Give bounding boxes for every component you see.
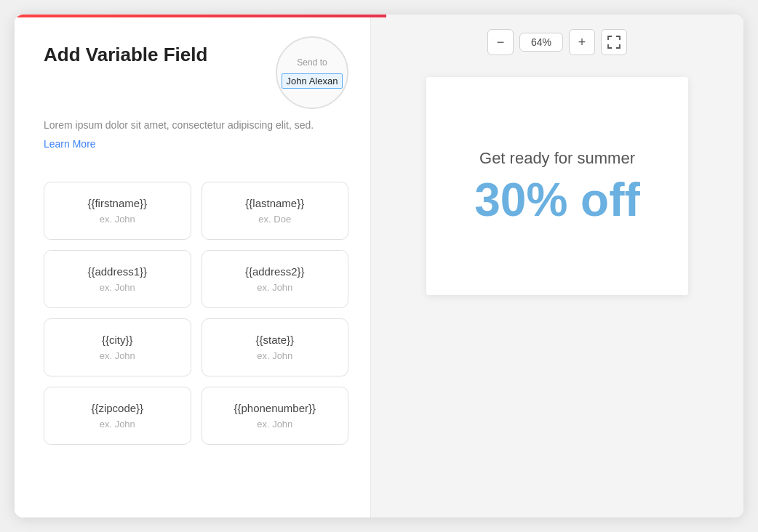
field-tag: {{lastname}} [245,197,304,209]
field-tag: {{zipcode}} [91,402,143,414]
preview-circle: Send to John Alexan [276,36,348,109]
plus-icon: + [578,35,586,50]
fullscreen-icon [607,36,621,49]
minus-icon: − [497,35,505,50]
promo-discount: 30% off [474,177,640,223]
progress-bar [15,15,386,17]
panel-title: Add Variable Field [44,44,207,66]
field-card[interactable]: {{zipcode}}ex. John [44,387,191,445]
field-example: ex. John [257,419,292,430]
preview-card: Get ready for summer 30% off [426,77,688,295]
zoom-display: 64% [519,33,563,52]
field-tag: {{phonenumber}} [234,402,316,414]
field-card[interactable]: {{address1}}ex. John [44,250,191,308]
field-tag: {{firstname}} [87,197,147,209]
left-panel: Add Variable Field Send to John Alexan L… [15,15,371,517]
field-example: ex. John [100,350,135,361]
title-block: Add Variable Field [44,44,207,66]
field-example: ex. John [100,214,135,225]
field-card[interactable]: {{address2}}ex. John [202,250,349,308]
panel-description: Lorem ipsum dolor sit amet, consectetur … [44,118,348,133]
field-card[interactable]: {{city}}ex. John [44,318,191,376]
panel-header: Add Variable Field Send to John Alexan [44,44,348,109]
field-card[interactable]: {{lastname}}ex. Doe [202,182,349,240]
zoom-out-button[interactable]: − [487,29,514,55]
zoom-in-button[interactable]: + [569,29,595,55]
field-card[interactable]: {{state}}ex. John [202,318,349,376]
field-example: ex. John [257,282,292,293]
promo-subtitle: Get ready for summer [479,149,635,168]
toolbar: − 64% + [487,29,627,55]
learn-more-link[interactable]: Learn More [44,138,96,150]
field-example: ex. John [257,350,292,361]
field-tag: {{address2}} [245,265,305,278]
fields-grid: {{firstname}}ex. John{{lastname}}ex. Doe… [44,182,348,445]
fullscreen-button[interactable] [601,29,627,55]
field-example: ex. John [100,282,135,293]
name-preview: John Alexan [282,73,343,89]
field-card[interactable]: {{phonenumber}}ex. John [202,387,349,445]
field-example: ex. Doe [258,214,291,225]
field-tag: {{address1}} [87,265,147,278]
main-container: Add Variable Field Send to John Alexan L… [15,15,743,517]
field-card[interactable]: {{firstname}}ex. John [44,182,191,240]
send-to-label: Send to [297,57,327,68]
field-tag: {{city}} [102,334,133,346]
field-example: ex. John [100,419,135,430]
right-panel: − 64% + Get ready for summer 30% off [371,15,743,517]
field-tag: {{state}} [255,334,294,346]
